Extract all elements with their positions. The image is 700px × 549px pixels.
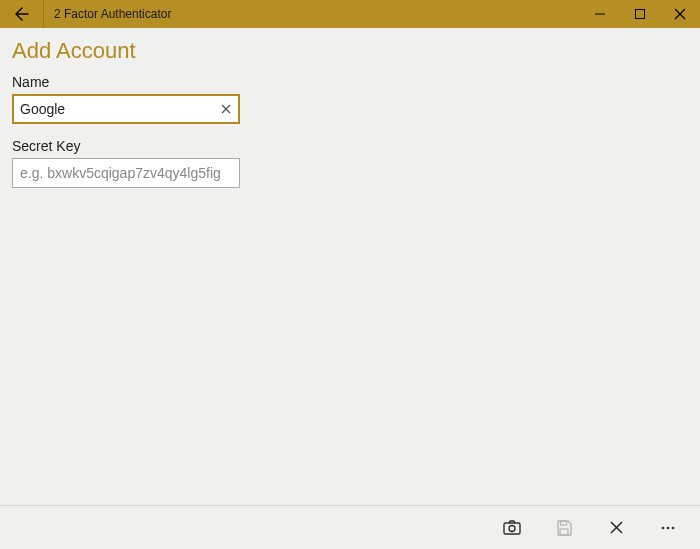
name-input[interactable] xyxy=(20,96,214,122)
svg-point-13 xyxy=(667,526,670,529)
more-button[interactable] xyxy=(642,506,694,550)
camera-button[interactable] xyxy=(486,506,538,550)
window-title: 2 Factor Authenticator xyxy=(44,0,181,28)
titlebar: 2 Factor Authenticator xyxy=(0,0,700,28)
back-button[interactable] xyxy=(0,0,44,28)
secret-key-label: Secret Key xyxy=(12,138,688,154)
svg-rect-8 xyxy=(561,521,567,525)
minimize-button[interactable] xyxy=(580,0,620,28)
titlebar-spacer xyxy=(181,0,580,28)
close-icon xyxy=(674,8,686,20)
svg-rect-9 xyxy=(560,529,568,535)
svg-rect-1 xyxy=(636,10,645,19)
page-title: Add Account xyxy=(12,38,688,64)
secret-key-input[interactable] xyxy=(20,159,239,187)
cancel-button[interactable] xyxy=(590,506,642,550)
content-area: Add Account Name Secret Key xyxy=(0,28,700,505)
save-button[interactable] xyxy=(538,506,590,550)
name-field-wrap[interactable] xyxy=(12,94,240,124)
close-window-button[interactable] xyxy=(660,0,700,28)
clear-x-icon xyxy=(221,104,231,114)
maximize-icon xyxy=(634,8,646,20)
svg-point-7 xyxy=(509,525,515,531)
maximize-button[interactable] xyxy=(620,0,660,28)
save-icon xyxy=(555,519,573,537)
svg-point-14 xyxy=(672,526,675,529)
svg-point-12 xyxy=(662,526,665,529)
more-dots-icon xyxy=(658,518,678,538)
secret-key-field-wrap[interactable] xyxy=(12,158,240,188)
camera-icon xyxy=(502,518,522,538)
minimize-icon xyxy=(594,8,606,20)
clear-name-button[interactable] xyxy=(214,96,238,122)
command-bar xyxy=(0,505,700,549)
svg-rect-6 xyxy=(504,523,520,534)
name-label: Name xyxy=(12,74,688,90)
cancel-x-icon xyxy=(609,520,624,535)
back-arrow-icon xyxy=(14,6,30,22)
